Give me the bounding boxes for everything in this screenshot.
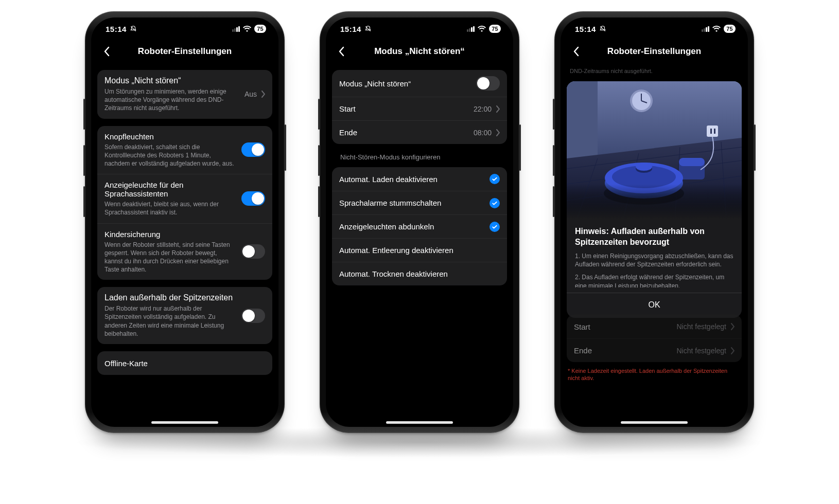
status-time: 15:14 <box>340 25 361 33</box>
option-auto-charge[interactable]: Automat. Laden deaktivieren <box>332 167 507 191</box>
button-lights-description: Sofern deaktiviert, schaltet sich die Ko… <box>104 143 236 168</box>
behind-list: Start Nicht festgelegt Ende Nicht festge… <box>567 315 742 362</box>
wifi-icon <box>478 26 486 32</box>
dnd-end-row[interactable]: Ende 08:00 <box>332 120 507 144</box>
mute-icon <box>599 25 606 32</box>
off-peak-title: Laden außerhalb der Spitzenzeiten <box>104 293 236 302</box>
status-right: 75 <box>702 25 736 33</box>
battery-indicator: 75 <box>254 25 266 33</box>
dnd-options-card: Automat. Laden deaktivieren Sprachalarme… <box>332 167 507 285</box>
child-lock-description: Wenn der Roboter stillsteht, sind seine … <box>104 241 236 274</box>
content: Modus „Nicht stören“ Start 22:00 <box>326 63 513 427</box>
option-auto-empty[interactable]: Automat. Entleerung deaktivieren <box>332 238 507 262</box>
voice-light-toggle[interactable] <box>241 191 265 206</box>
offline-map-card[interactable]: Offline-Karte <box>97 351 272 375</box>
svg-rect-6 <box>707 125 718 137</box>
check-icon <box>490 198 500 208</box>
option-label: Automat. Trocknen deaktivieren <box>339 269 500 278</box>
button-lights-title: Knopfleuchten <box>104 132 236 141</box>
cellular-icon <box>467 26 475 32</box>
home-indicator[interactable] <box>386 421 453 424</box>
status-right: 75 <box>467 25 501 33</box>
option-dim-lights[interactable]: Anzeigeleuchten abdunkeln <box>332 214 507 238</box>
option-label: Sprachalarme stummschalten <box>339 199 484 207</box>
check-icon <box>490 222 500 232</box>
voice-light-title: Anzeigeleuchte für den Sprachassistenten <box>104 181 236 198</box>
dnd-description: Um Störungen zu minimieren, werden einig… <box>104 87 239 113</box>
truncated-description: DND-Zeitraums nicht ausgeführt. <box>561 63 748 74</box>
button-lights-toggle[interactable] <box>241 142 265 157</box>
option-label: Automat. Entleerung deaktivieren <box>339 246 500 255</box>
check-icon <box>490 174 500 184</box>
back-button[interactable] <box>331 40 352 63</box>
offline-map-title: Offline-Karte <box>104 359 265 368</box>
modal-ok-button[interactable]: OK <box>567 293 742 318</box>
dnd-toggle-row: Modus „Nicht stören“ <box>332 70 507 97</box>
phone-frame-2: 15:14 75 <box>320 11 519 433</box>
behind-start-row[interactable]: Start Nicht festgelegt <box>567 315 742 338</box>
back-button[interactable] <box>96 40 117 63</box>
modal-body: Hinweis: Aufladen außerhalb von Spitzenz… <box>567 219 742 293</box>
battery-indicator: 75 <box>489 25 501 33</box>
cellular-icon <box>232 26 240 32</box>
off-peak-card: Laden außerhalb der Spitzenzeiten Der Ro… <box>97 287 272 344</box>
screen-1: 15:14 75 <box>91 17 278 427</box>
status-left: 15:14 <box>575 25 606 33</box>
stage: 15:14 75 <box>0 0 839 504</box>
behind-end-value: Nicht festgelegt <box>677 347 727 355</box>
svg-rect-27 <box>567 184 742 219</box>
page-title: Roboter-Einstellungen <box>607 46 701 57</box>
button-lights-row: Knopfleuchten Sofern deaktiviert, schalt… <box>97 126 272 174</box>
warning-text: * Keine Ladezeit eingestellt. Laden auße… <box>568 367 741 382</box>
svg-point-24 <box>636 163 652 171</box>
page-title: Modus „Nicht stören“ <box>374 46 465 57</box>
battery-indicator: 75 <box>724 25 736 33</box>
chevron-right-icon <box>261 91 265 98</box>
configure-header: Nicht-Stören-Modus konfigurieren <box>332 151 507 162</box>
behind-end-row[interactable]: Ende Nicht festgelegt <box>567 338 742 362</box>
dnd-start-row[interactable]: Start 22:00 <box>332 97 507 120</box>
nav-header: Roboter-Einstellungen <box>91 40 278 63</box>
dnd-toggle[interactable] <box>476 76 500 91</box>
info-modal: Hinweis: Aufladen außerhalb von Spitzenz… <box>567 81 742 318</box>
modal-title: Hinweis: Aufladen außerhalb von Spitzenz… <box>575 226 733 248</box>
off-peak-toggle[interactable] <box>241 309 265 323</box>
status-time: 15:14 <box>575 25 596 33</box>
behind-end-label: Ende <box>574 346 672 355</box>
voice-light-description: Wenn deaktiviert, bleibt sie aus, wenn d… <box>104 200 236 217</box>
home-indicator[interactable] <box>151 421 218 424</box>
cellular-icon <box>702 26 709 32</box>
option-mute-voice[interactable]: Sprachalarme stummschalten <box>332 191 507 214</box>
page-title: Roboter-Einstellungen <box>138 46 232 57</box>
content: Modus „Nicht stören“ Um Störungen zu min… <box>91 63 278 427</box>
chevron-right-icon <box>496 105 500 113</box>
phone-frame-1: 15:14 75 <box>85 11 285 433</box>
lights-card: Knopfleuchten Sofern deaktiviert, schalt… <box>97 126 272 280</box>
svg-rect-7 <box>710 129 712 134</box>
phone-frame-3: 15:14 75 <box>554 11 754 433</box>
back-button[interactable] <box>566 40 586 63</box>
voice-light-row: Anzeigeleuchte für den Sprachassistenten… <box>97 174 272 223</box>
child-lock-toggle[interactable] <box>241 244 265 259</box>
status-left: 15:14 <box>106 25 137 33</box>
dnd-start-value: 22:00 <box>474 105 492 113</box>
dnd-value: Aus <box>244 90 257 98</box>
mute-icon <box>130 25 137 32</box>
status-left: 15:14 <box>340 25 372 33</box>
chevron-right-icon <box>730 347 735 354</box>
wifi-icon <box>243 26 251 32</box>
dnd-toggle-label: Modus „Nicht stören“ <box>339 79 471 88</box>
nav-header: Roboter-Einstellungen <box>561 40 748 63</box>
modal-backdrop: Hinweis: Aufladen außerhalb von Spitzenz… <box>561 74 748 427</box>
behind-start-value: Nicht festgelegt <box>677 322 727 331</box>
screen-2: 15:14 75 <box>326 17 513 427</box>
notch <box>608 17 701 32</box>
svg-rect-8 <box>714 129 715 134</box>
off-peak-row: Laden außerhalb der Spitzenzeiten Der Ro… <box>97 287 272 344</box>
option-auto-dry[interactable]: Automat. Trocknen deaktivieren <box>332 262 507 285</box>
dnd-card[interactable]: Modus „Nicht stören“ Um Störungen zu min… <box>97 70 272 119</box>
option-label: Anzeigeleuchten abdunkeln <box>339 222 484 231</box>
child-lock-title: Kindersicherung <box>104 230 236 239</box>
modal-line-2: 2. Das Aufladen erfolgt während der Spit… <box>575 273 733 287</box>
home-indicator[interactable] <box>621 421 688 424</box>
